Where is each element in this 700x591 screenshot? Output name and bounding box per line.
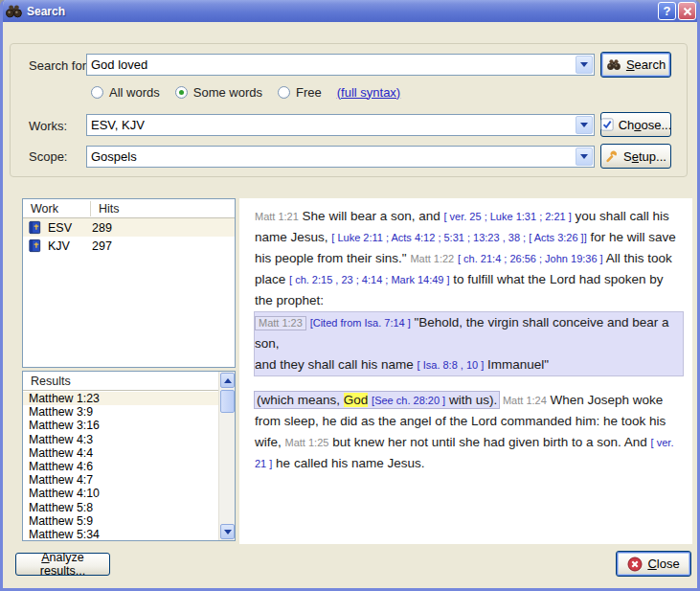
radio-icon [91, 86, 103, 99]
radio-some-words[interactable]: Some words [175, 85, 262, 100]
verse-number: Matt 1:25 [285, 437, 329, 448]
book-icon [28, 220, 42, 235]
list-item[interactable]: Matthew 4:6 [23, 460, 218, 473]
verse-text: with us). [445, 393, 497, 407]
radio-icon [175, 86, 188, 99]
chevron-up-icon [224, 378, 232, 383]
analyze-results-button[interactable]: Analyze results... [15, 553, 110, 576]
verse-text: (which means, [257, 393, 344, 407]
cross-reference[interactable]: [ ver. 25 ; Luke 1:31 ; 2:21 ] [443, 211, 571, 222]
chevron-down-icon [580, 154, 588, 159]
choose-button-label: Choose... [619, 118, 672, 132]
close-circle-icon [627, 557, 643, 572]
radio-all-words[interactable]: All words [91, 85, 160, 100]
setup-button-label: Setup... [623, 149, 666, 164]
scrollbar-thumb[interactable] [220, 390, 235, 413]
checkmark-icon [600, 118, 614, 131]
verse-number: Matt 1:23 [255, 316, 306, 330]
choose-button[interactable]: Choose... [600, 112, 671, 137]
window-close-button[interactable] [678, 2, 696, 20]
verse-paragraph: (which means, God [See ch. 28:20 ] with … [255, 390, 683, 474]
verse-text: but knew her not until she had given bir… [328, 435, 650, 449]
cross-reference[interactable]: [See ch. 28:20 ] [372, 395, 445, 406]
wrench-icon [605, 149, 619, 163]
scope-select[interactable]: Gospels [86, 146, 595, 168]
list-item[interactable]: Matthew 4:4 [23, 446, 218, 460]
results-list: Matthew 1:23Matthew 3:9Matthew 3:16Matth… [23, 392, 218, 540]
results-header-label: Results [23, 375, 71, 388]
works-select[interactable]: ESV, KJV [86, 114, 595, 136]
chevron-down-icon [224, 530, 232, 534]
verse-number: Matt 1:24 [503, 395, 547, 406]
radio-label: Free [296, 85, 322, 100]
close-icon [683, 7, 692, 16]
search-hit: God [344, 393, 369, 407]
works-label: Works: [29, 119, 67, 133]
search-input-value: God loved [87, 57, 576, 72]
search-button[interactable]: Search [600, 52, 671, 78]
cross-reference[interactable]: [ Luke 2:11 ; Acts 4:12 ; 5:31 ; 13:23 ,… [331, 232, 586, 243]
verse-text: Immanuel" [484, 357, 549, 372]
cross-reference[interactable]: [ ch. 21:4 ; 26:56 ; John 19:36 ] [458, 253, 603, 264]
works-dropdown-button[interactable] [576, 116, 593, 134]
list-item[interactable]: Matthew 4:7 [23, 473, 218, 487]
verse-number: Matt 1:21 [255, 211, 299, 222]
book-icon [28, 239, 42, 253]
hits-table-header[interactable]: Work Hits [23, 199, 235, 218]
table-row[interactable]: ESV289 [23, 218, 235, 237]
list-item[interactable]: Matthew 4:3 [23, 433, 218, 446]
scroll-down-button[interactable] [220, 524, 235, 539]
search-mode-group: All wordsSome wordsFree(full syntax) [91, 83, 400, 101]
list-item[interactable]: Matthew 5:34 [23, 528, 218, 540]
scroll-up-button[interactable] [220, 373, 235, 388]
cross-reference[interactable]: [ ch. 2:15 , 23 ; 4:14 ; Mark 14:49 ] [289, 274, 450, 285]
radio-label: All words [109, 85, 160, 100]
close-button[interactable]: Close [616, 551, 691, 577]
selected-phrase: (which means, God [See ch. 28:20 ] with … [255, 392, 499, 408]
list-item[interactable]: Matthew 3:16 [23, 419, 218, 432]
column-header-hits[interactable]: Hits [91, 202, 120, 216]
search-button-label: Search [626, 57, 666, 72]
list-item[interactable]: Matthew 5:9 [23, 514, 218, 528]
chevron-down-icon [580, 62, 588, 67]
column-header-work[interactable]: Work [23, 201, 91, 216]
verse-number: Matt 1:22 [410, 253, 454, 264]
works-select-value: ESV, KJV [87, 118, 576, 132]
cross-reference[interactable]: [Cited from Isa. 7:14 ] [310, 317, 411, 329]
cross-reference[interactable]: [ Isa. 8:8 , 10 ] [418, 359, 485, 371]
list-item[interactable]: Matthew 1:23 [23, 392, 218, 405]
titlebar[interactable]: Search ? [0, 0, 700, 22]
window-title: Search [27, 5, 656, 18]
analyze-results-label: Analyze results... [22, 551, 103, 578]
radio-free[interactable]: Free [278, 85, 322, 100]
scope-dropdown-button[interactable] [576, 148, 593, 166]
full-syntax-link[interactable]: (full syntax) [337, 85, 400, 100]
list-item[interactable]: Matthew 5:8 [23, 501, 218, 514]
work-cell: KJV [48, 239, 91, 253]
hits-table: Work Hits ESV289 KJV297 [22, 198, 236, 368]
results-panel: Results Matthew 1:23Matthew 3:9Matthew 3… [22, 371, 236, 541]
hits-cell: 297 [91, 239, 112, 253]
verse-paragraph: Matt 1:21 She will bear a son, and [ ver… [255, 206, 683, 311]
radio-icon [278, 86, 290, 99]
text-panel[interactable]: Matt 1:21 She will bear a son, and [ ver… [239, 198, 692, 544]
hits-table-body: ESV289 KJV297 [23, 218, 235, 255]
search-dropdown-button[interactable] [576, 56, 593, 74]
list-item[interactable]: Matthew 4:10 [23, 487, 218, 500]
verse-text: he called his name Jesus. [272, 456, 424, 470]
search-for-label: Search for: [29, 58, 90, 73]
binoculars-icon [6, 4, 22, 18]
radio-label: Some words [193, 85, 262, 100]
results-scrollbar[interactable] [218, 372, 235, 540]
list-item[interactable]: Matthew 3:9 [23, 405, 218, 419]
setup-button[interactable]: Setup... [600, 144, 671, 169]
verse-text: and they shall call his name [255, 357, 418, 372]
scope-label: Scope: [29, 149, 67, 164]
verse-text: She will bear a son, and [299, 209, 444, 223]
help-button[interactable]: ? [658, 2, 676, 20]
table-row[interactable]: KJV297 [23, 237, 235, 255]
binoculars-icon [606, 58, 621, 71]
verse-paragraph: Matt 1:23 [Cited from Isa. 7:14 ] "Behol… [255, 312, 683, 375]
chevron-down-icon [580, 123, 588, 127]
search-input[interactable]: God loved [86, 54, 595, 76]
